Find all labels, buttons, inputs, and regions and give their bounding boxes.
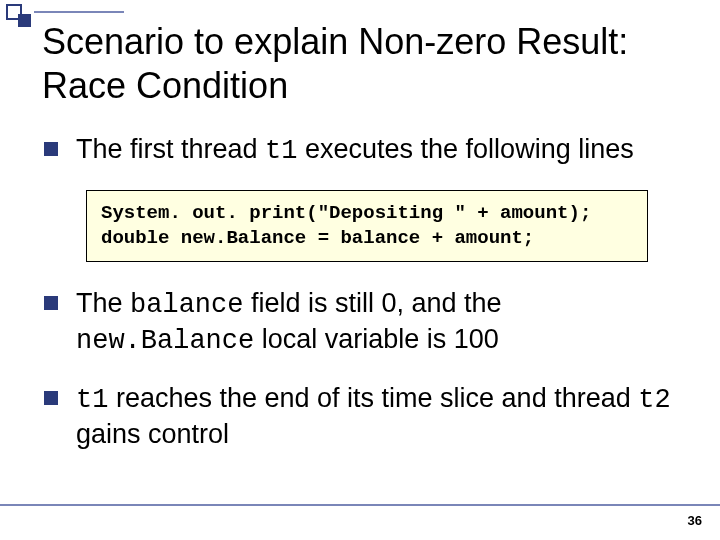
bullet-text: local variable is 100 [254, 324, 499, 354]
inline-code: t2 [638, 385, 670, 415]
slide-corner-decoration [0, 0, 120, 30]
bullet-list: The balance field is still 0, and the ne… [42, 286, 678, 452]
bullet-text: The first thread [76, 134, 265, 164]
inline-code: t1 [265, 136, 297, 166]
code-block: System. out. print("Depositing " + amoun… [86, 190, 648, 261]
decor-line [34, 11, 124, 13]
bullet-item: t1 reaches the end of its time slice and… [42, 381, 678, 452]
inline-code: new.Balance [76, 326, 254, 356]
bullet-text: reaches the end of its time slice and th… [108, 383, 638, 413]
inline-code: t1 [76, 385, 108, 415]
bullet-text: executes the following lines [298, 134, 634, 164]
bullet-text: field is still 0, and the [243, 288, 501, 318]
square-filled-icon [18, 14, 31, 27]
slide-content: Scenario to explain Non-zero Result: Rac… [0, 0, 720, 452]
bullet-item: The first thread t1 executes the followi… [42, 132, 678, 169]
code-line: System. out. print("Depositing " + amoun… [101, 201, 633, 250]
slide-title: Scenario to explain Non-zero Result: Rac… [42, 20, 678, 108]
bullet-item: The balance field is still 0, and the ne… [42, 286, 678, 359]
footer-divider [0, 504, 720, 506]
page-number: 36 [688, 513, 702, 528]
bullet-list: The first thread t1 executes the followi… [42, 132, 678, 169]
bullet-text: gains control [76, 419, 229, 449]
inline-code: balance [130, 290, 243, 320]
bullet-text: The [76, 288, 130, 318]
code-text: double new.Balance = balance + amount; [101, 227, 534, 249]
code-text: System. out. print("Depositing " + amoun… [101, 202, 591, 224]
